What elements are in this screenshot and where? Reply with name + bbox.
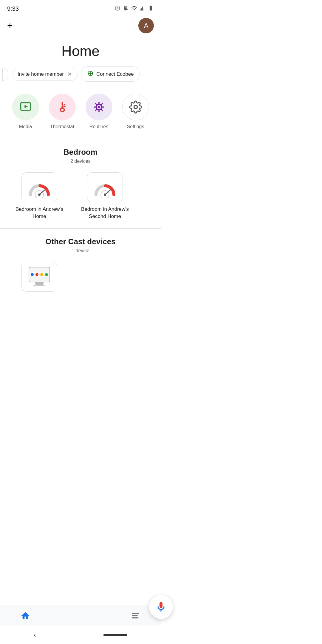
category-routines[interactable]: Routines [86,94,112,129]
thermostat-circle [49,94,76,120]
category-thermostat[interactable]: Thermostat [49,94,76,129]
display-device [29,267,50,286]
svg-line-22 [95,103,97,105]
dot-red [35,273,38,276]
svg-rect-0 [140,9,141,10]
thermostat-label: Thermostat [50,124,74,129]
settings-circle [122,94,149,120]
media-label: Media [19,124,32,129]
bedroom-title: Bedroom [7,148,154,157]
add-button[interactable]: + [7,21,13,30]
status-time: 9:33 [7,5,19,12]
alarm-icon [114,5,120,12]
routines-label: Routines [89,124,108,129]
svg-rect-1 [141,8,142,10]
category-media[interactable]: Media [12,94,39,129]
ecobee-chip-label: Connect Ecobee [96,71,134,77]
invite-chip[interactable]: Invite home member ✕ [12,68,78,81]
device-label-2: Bedroom in Andrew'sSecond Home [81,206,129,220]
svg-rect-3 [143,9,144,11]
display-stand [35,282,44,285]
routines-circle [86,94,112,120]
chip-partial-left [2,68,8,81]
top-bar: + A [0,16,161,38]
status-icons [114,5,154,12]
categories: Media Thermostat [0,89,161,139]
svg-point-17 [98,106,100,108]
media-circle [12,94,39,120]
device-bedroom-second[interactable]: Bedroom in Andrew'sSecond Home [75,172,135,220]
svg-point-29 [38,193,41,196]
invite-chip-label: Invite home member [18,71,64,77]
display-icon-box [21,262,57,292]
svg-point-32 [104,193,106,196]
bedroom-devices: Bedroom in Andrew'sHome Bedroom in Andre… [7,172,154,220]
svg-point-5 [89,72,91,74]
svg-line-23 [101,109,102,111]
ecobee-chip[interactable]: Connect Ecobee [81,66,140,82]
cast-section: Other Cast devices 1 device [0,229,161,300]
invite-chip-close-icon[interactable]: ✕ [67,71,72,78]
page-title: Home [0,38,161,66]
avatar[interactable]: A [138,18,154,33]
wifi-icon [131,5,137,12]
svg-marker-11 [24,105,28,108]
display-screen [29,267,50,282]
svg-point-13 [60,108,64,112]
cast-devices [7,262,154,292]
bedroom-section: Bedroom 2 devices Bedroom in Andrew'sHom… [0,139,161,228]
svg-rect-2 [142,7,143,10]
device-bedroom-home[interactable]: Bedroom in Andrew'sHome [10,172,69,220]
display-base [33,285,45,286]
dot-blue [31,273,34,276]
svg-line-24 [101,103,102,105]
dot-green [45,273,48,276]
svg-line-25 [95,109,97,111]
status-bar: 9:33 [0,0,161,16]
signal-icon [140,5,145,12]
device-display[interactable] [10,262,69,292]
device-icon-box-2 [87,172,123,202]
category-settings[interactable]: Settings [122,94,149,129]
cast-title: Other Cast devices [7,237,154,246]
bedroom-subtitle: 2 devices [7,159,154,164]
battery-icon [148,5,154,12]
settings-label: Settings [127,124,144,129]
svg-point-26 [134,106,137,109]
notifications-muted-icon [123,5,129,12]
ecobee-icon [87,70,94,78]
chips-row: Invite home member ✕ Connect Ecobee [0,66,161,89]
cast-subtitle: 1 device [7,248,154,253]
device-icon-box-1 [21,172,57,202]
dot-yellow [40,273,43,276]
device-label-1: Bedroom in Andrew'sHome [16,206,63,220]
